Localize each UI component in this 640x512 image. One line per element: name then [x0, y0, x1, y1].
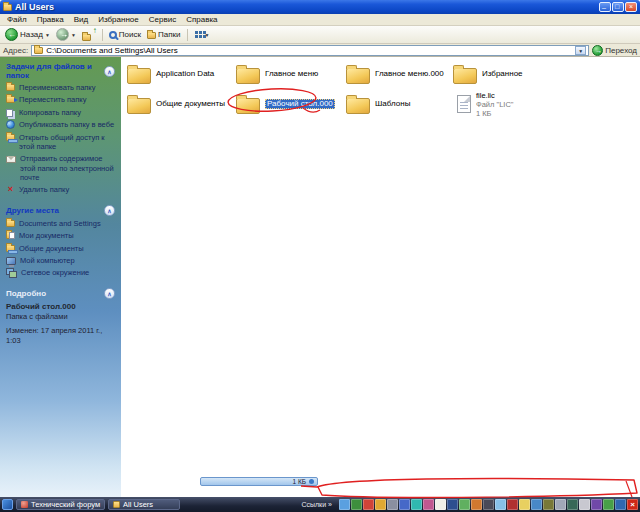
place-documents-and-settings[interactable]: Documents and Settings: [6, 219, 115, 228]
tray-icon[interactable]: [615, 499, 626, 510]
place-shared-documents[interactable]: Общие документы: [6, 244, 115, 253]
tray-icon[interactable]: [519, 499, 530, 510]
task-copy-folder[interactable]: Копировать папку: [6, 108, 115, 117]
folder-icon: [236, 68, 260, 84]
search-icon: [109, 31, 117, 39]
start-button[interactable]: [2, 499, 13, 510]
popup-strip: 1 КБ: [200, 477, 318, 486]
details-section: Подробно Рабочий стол.000 Папка с файлам…: [6, 288, 115, 346]
tray-icon[interactable]: [423, 499, 434, 510]
file-list-area[interactable]: Application Data Главное меню Главное ме…: [121, 57, 640, 497]
tray-icon[interactable]: [447, 499, 458, 510]
menu-file[interactable]: Файл: [2, 15, 32, 24]
menu-view[interactable]: Вид: [69, 15, 93, 24]
tray-icon[interactable]: [411, 499, 422, 510]
back-dropdown-icon[interactable]: [45, 32, 50, 38]
up-button[interactable]: [80, 28, 98, 42]
file-tasks-section: Задачи для файлов и папок Переименовать …: [6, 62, 115, 195]
forward-dropdown-icon[interactable]: [71, 32, 76, 38]
file-name: Избранное: [482, 70, 523, 79]
menu-tools[interactable]: Сервис: [144, 15, 181, 24]
task-rename-folder[interactable]: Переименовать папку: [6, 83, 115, 92]
file-name: Главное меню: [265, 70, 318, 79]
tray-icon[interactable]: [507, 499, 518, 510]
tray-icon[interactable]: [579, 499, 590, 510]
menu-edit[interactable]: Правка: [32, 15, 69, 24]
file-name-selected: Рабочий стол.000: [265, 99, 335, 110]
file-tile-shared-documents[interactable]: Общие документы: [127, 91, 233, 117]
search-label: Поиск: [119, 30, 141, 39]
address-input[interactable]: C:\Documents and Settings\All Users: [31, 45, 589, 56]
file-tile-file-lic[interactable]: file.lic Файл "LIC" 1 КБ: [453, 91, 559, 117]
tray-close-icon[interactable]: ×: [627, 499, 638, 510]
task-pane: Задачи для файлов и папок Переименовать …: [0, 57, 121, 497]
collapse-details-button[interactable]: [104, 288, 115, 299]
other-places-title: Другие места: [6, 206, 59, 215]
search-button[interactable]: Поиск: [107, 29, 143, 40]
file-tile-templates[interactable]: Шаблоны: [346, 91, 452, 117]
forward-button[interactable]: [54, 27, 78, 42]
tray-icon[interactable]: [339, 499, 350, 510]
menu-help[interactable]: Справка: [181, 15, 222, 24]
tray-icons: ×: [339, 499, 638, 510]
tray-icon[interactable]: [543, 499, 554, 510]
task-label: Переместить папку: [19, 95, 115, 104]
collapse-places-button[interactable]: [104, 205, 115, 216]
folders-label: Папки: [158, 30, 181, 39]
tray-icon[interactable]: [387, 499, 398, 510]
address-dropdown-button[interactable]: [575, 46, 586, 55]
address-label: Адрес:: [3, 46, 28, 55]
file-tile-desktop-000-selected[interactable]: Рабочий стол.000: [236, 91, 342, 117]
file-tile-application-data[interactable]: Application Data: [127, 61, 233, 87]
maximize-button[interactable]: [612, 2, 624, 12]
place-my-documents[interactable]: Мои документы: [6, 231, 115, 240]
folders-button[interactable]: Папки: [145, 29, 183, 40]
tray-icon[interactable]: [459, 499, 470, 510]
minimize-button[interactable]: [599, 2, 611, 12]
back-button[interactable]: Назад: [3, 27, 52, 42]
menu-favorites[interactable]: Избранное: [93, 15, 144, 24]
file-tile-main-menu-000[interactable]: Главное меню.000: [346, 61, 452, 87]
task-move-folder[interactable]: Переместить папку: [6, 95, 115, 104]
tray-icon[interactable]: [399, 499, 410, 510]
tray-icon[interactable]: [555, 499, 566, 510]
address-folder-icon: [34, 47, 43, 54]
views-button[interactable]: [192, 30, 212, 39]
tray-icon[interactable]: [591, 499, 602, 510]
address-value: C:\Documents and Settings\All Users: [46, 46, 572, 55]
place-my-computer[interactable]: Мой компьютер: [6, 256, 115, 265]
tray-icon[interactable]: [435, 499, 446, 510]
file-tile-favorites[interactable]: Избранное: [453, 61, 559, 87]
go-button[interactable]: Переход: [592, 45, 637, 56]
file-tile-main-menu[interactable]: Главное меню: [236, 61, 342, 87]
rename-folder-icon: [6, 84, 15, 91]
file-name: Общие документы: [156, 100, 225, 109]
folder-icon: [6, 220, 15, 227]
collapse-tasks-button[interactable]: [104, 66, 115, 77]
forward-icon: [56, 28, 69, 41]
tray-icon[interactable]: [363, 499, 374, 510]
taskbar-button-forum[interactable]: Технический форум: [16, 499, 105, 510]
folder-icon: [453, 68, 477, 84]
tray-icon[interactable]: [471, 499, 482, 510]
tray-icon[interactable]: [531, 499, 542, 510]
tray-icon[interactable]: [483, 499, 494, 510]
task-share-folder[interactable]: Открыть общий доступ к этой папке: [6, 133, 115, 152]
tray-icon[interactable]: [375, 499, 386, 510]
task-email-folder[interactable]: Отправить содержимое этой папки по элект…: [6, 154, 115, 182]
place-network[interactable]: Сетевое окружение: [6, 268, 115, 278]
tool-bar: Назад Поиск Папки: [0, 26, 640, 44]
task-delete-folder[interactable]: Удалить папку: [6, 185, 115, 194]
tray-icon[interactable]: [351, 499, 362, 510]
file-meta: file.lic Файл "LIC" 1 КБ: [476, 91, 514, 118]
task-label: Открыть общий доступ к этой папке: [19, 133, 115, 152]
tray-icon[interactable]: [567, 499, 578, 510]
tray-icon[interactable]: [495, 499, 506, 510]
close-button[interactable]: [625, 2, 637, 12]
links-chevron-icon[interactable]: »: [328, 501, 332, 508]
tray-icon[interactable]: [603, 499, 614, 510]
task-publish-folder[interactable]: Опубликовать папку в вебе: [6, 120, 115, 129]
taskbar-button-all-users[interactable]: All Users: [108, 499, 180, 510]
up-icon: [82, 29, 96, 41]
links-toolbar[interactable]: Ссылки »: [301, 501, 332, 508]
